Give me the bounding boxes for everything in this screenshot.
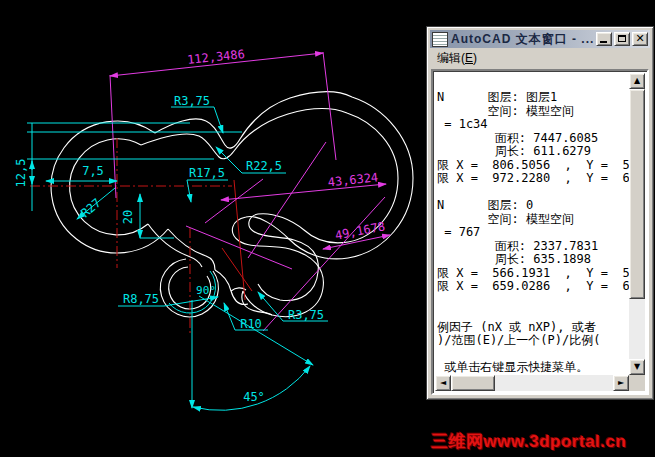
dim-112-ext-left <box>110 75 116 198</box>
horizontal-scrollbar[interactable]: ◄ ► <box>435 375 629 391</box>
vertical-scroll-thumb[interactable] <box>629 89 645 299</box>
console-line: 周长: 635.1898 <box>437 253 629 267</box>
r22-5-text: R22,5 <box>246 159 282 173</box>
centerline-ray-2 <box>222 248 252 291</box>
r8-75-text: R8,75 <box>123 292 159 306</box>
scroll-down-button[interactable]: ▼ <box>629 359 645 375</box>
dim-43-text: 43,6324 <box>327 170 379 189</box>
console-line: 或单击右键显示快捷菜单。 <box>437 361 629 375</box>
console-line: 面积: 2337.7831 <box>437 240 629 254</box>
r3-75-top-text: R3,75 <box>174 94 210 108</box>
menu-bar: 编辑(E) <box>430 49 650 68</box>
dim-12-5-text: 12,5 <box>14 159 28 188</box>
close-button[interactable]: ✕ <box>632 32 648 46</box>
console-line: = 767 <box>437 226 629 240</box>
leader-r17-5-line <box>187 180 191 202</box>
close-icon: ✕ <box>633 32 647 45</box>
dimension-texts: 112,3486 43,6324 49,1678 R3,75 R22,5 R17… <box>14 47 386 404</box>
left-ring-outer <box>51 121 168 253</box>
scroll-up-button[interactable]: ▲ <box>629 73 645 89</box>
menu-edit-post: ) <box>473 51 477 65</box>
console-line: 例因子 (nX 或 nXP), 或者 <box>437 321 629 335</box>
leader-r17-5 <box>187 180 228 202</box>
console-line: 空间: 模型空间 <box>437 105 629 119</box>
console-line <box>437 186 629 200</box>
r10-text: R10 <box>240 317 262 331</box>
console-line <box>437 307 629 321</box>
dim-112-text: 112,3486 <box>187 47 246 67</box>
console-line: 周长: 611.6279 <box>437 145 629 159</box>
dim-49-text: 49,1678 <box>334 219 386 242</box>
maximize-icon <box>618 35 626 42</box>
dim-20 <box>140 194 174 238</box>
console-line: )/范围(E)/上一个(P)/比例( <box>437 334 629 348</box>
console-line <box>437 348 629 362</box>
title-bar[interactable]: AutoCAD 文本窗口 - ... ✕ <box>430 30 650 48</box>
menu-edit-key: E <box>465 51 473 65</box>
console-line: 限 X = 566.1931 , Y = 590 <box>437 267 629 281</box>
autocad-text-window: AutoCAD 文本窗口 - ... ✕ 编辑(E) N 图层: 图层1 空间:… <box>426 26 654 400</box>
leader-r8-75-line <box>164 297 218 306</box>
horizontal-scroll-thumb[interactable] <box>451 375 495 391</box>
angle-45-text: 45° <box>243 390 265 404</box>
console-line: 限 X = 659.0286 , Y = 698 <box>437 280 629 294</box>
dim-7-5-text: 7,5 <box>82 164 104 178</box>
bottom-arm-inner <box>148 224 202 267</box>
r17-5-text: R17,5 <box>189 166 225 180</box>
scroll-right-button[interactable]: ► <box>613 375 629 391</box>
menu-edit[interactable]: 编辑(E) <box>430 49 484 68</box>
scroll-left-button[interactable]: ◄ <box>435 375 451 391</box>
dim-20-text: 20 <box>121 210 135 224</box>
scrollbar-corner <box>629 375 645 391</box>
console-line: N 图层: 0 <box>437 199 629 213</box>
window-title: AutoCAD 文本窗口 - ... <box>451 31 596 48</box>
magenta-dimensions <box>110 52 390 331</box>
console-line: 限 X = 806.5056 , Y = 593 <box>437 159 629 173</box>
angle-90-text: 90° <box>196 284 216 297</box>
console-line <box>437 294 629 308</box>
console-line: 面积: 7447.6085 <box>437 132 629 146</box>
watermark-text: 三维网www.3dportal.cn <box>431 430 626 453</box>
text-output-area[interactable]: N 图层: 图层1 空间: 模型空间 = 1c34 面积: 7447.6085 … <box>431 69 649 395</box>
console-line: = 1c34 <box>437 118 629 132</box>
minimize-button[interactable] <box>596 32 612 46</box>
autocad-screen: 112,3486 43,6324 49,1678 R3,75 R22,5 R17… <box>0 0 655 457</box>
r3-75-bottom-text: R3,75 <box>288 308 324 322</box>
console-line: N 图层: 图层1 <box>437 91 629 105</box>
console-line: 空间: 模型空间 <box>437 213 629 227</box>
cyan-dimensions <box>27 107 328 410</box>
minimize-icon <box>600 41 607 43</box>
maximize-button[interactable] <box>614 32 630 46</box>
console-line: 限 X = 972.2280 , Y = 691 <box>437 172 629 186</box>
text-window-icon <box>432 32 448 47</box>
part-geometry <box>51 91 413 316</box>
text-output-content: N 图层: 图层1 空间: 模型空间 = 1c34 面积: 7447.6085 … <box>437 91 629 375</box>
menu-edit-pre: 编辑( <box>437 51 465 65</box>
vertical-scrollbar[interactable]: ▲ ▼ <box>629 73 645 375</box>
top-arm-right-ring-inner <box>141 109 398 301</box>
r27-text: R27 <box>78 196 104 221</box>
left-ring-inner <box>70 139 148 235</box>
